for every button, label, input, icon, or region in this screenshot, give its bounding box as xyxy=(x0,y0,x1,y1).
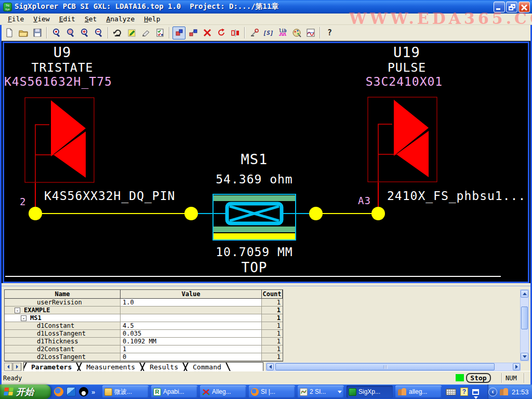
task-button-allegro-doc[interactable]: alleg... xyxy=(395,385,442,398)
zoom-out-button[interactable] xyxy=(92,26,105,39)
scroll-right-button[interactable] xyxy=(513,363,520,370)
vertical-scroll-thumb[interactable] xyxy=(521,307,528,329)
ms1-microstrip-symbol[interactable] xyxy=(212,194,296,241)
quick-launch-overflow-chevron[interactable]: » xyxy=(91,388,95,396)
param-value[interactable]: 0 xyxy=(121,353,262,361)
edit-values-button[interactable] xyxy=(125,26,138,39)
ms1-refdes: MS1 xyxy=(212,151,296,167)
param-value[interactable]: 0.1092 MM xyxy=(121,338,262,345)
library-icon: lib xyxy=(278,28,287,37)
horizontal-scroll-thumb[interactable] xyxy=(275,363,495,370)
collapse-toggle[interactable]: - xyxy=(21,315,26,321)
param-value[interactable]: 0.035 xyxy=(121,330,262,338)
table-row: d1Constant 4.5 1 xyxy=(5,322,283,330)
task-button-allegro[interactable]: Alleg... xyxy=(200,385,246,398)
toolbar-separator xyxy=(169,27,170,38)
system-tray: ‹ 21:53 xyxy=(487,384,532,399)
tab-command[interactable]: Command xyxy=(187,363,228,371)
tab-parameters[interactable]: Parameters xyxy=(25,363,78,371)
minimize-button[interactable] xyxy=(494,2,505,12)
svg-text:lib: lib xyxy=(279,28,287,33)
collapse-toggle[interactable]: - xyxy=(15,308,20,313)
scroll-left-button[interactable] xyxy=(267,363,274,370)
menu-edit[interactable]: Edit xyxy=(55,14,80,24)
qq-icon[interactable] xyxy=(79,387,88,396)
window-tray-icon[interactable] xyxy=(472,389,479,395)
library-button[interactable]: lib xyxy=(276,26,289,39)
zoom-in-button[interactable] xyxy=(78,26,91,39)
menu-set[interactable]: Set xyxy=(80,14,101,24)
close-button[interactable] xyxy=(518,2,530,12)
node-tline-left[interactable] xyxy=(184,207,198,220)
keyboard-layout-icon[interactable] xyxy=(446,389,456,395)
param-value[interactable]: 1.0 xyxy=(121,299,262,307)
tray-icon-group: ? xyxy=(446,386,479,397)
tab-scroll-left-button[interactable] xyxy=(4,363,12,371)
qq-tray-icon[interactable] xyxy=(499,388,509,396)
param-value[interactable]: 4.5 xyxy=(121,322,262,330)
save-button[interactable] xyxy=(31,26,44,39)
sparameter-button[interactable]: [S] xyxy=(262,26,275,39)
help-tray-icon[interactable]: ? xyxy=(460,388,468,396)
zoom-fit-button[interactable] xyxy=(64,26,77,39)
tab-measurements[interactable]: Measurements xyxy=(80,363,141,371)
task-button-si-group[interactable]: 2 SI... xyxy=(298,385,344,398)
task-button-si-browser[interactable]: SI |... xyxy=(249,385,295,398)
rotate-button[interactable] xyxy=(215,26,228,39)
add-element-button[interactable] xyxy=(172,26,185,39)
ms1-impedance: 54.369 ohm xyxy=(196,172,313,186)
undo-button[interactable] xyxy=(111,26,124,39)
restore-button[interactable] xyxy=(506,2,517,12)
panel-horizontal-scrollbar[interactable] xyxy=(266,363,521,371)
messenger-icon[interactable] xyxy=(66,387,76,396)
eraser-button[interactable] xyxy=(139,26,152,39)
open-button[interactable] xyxy=(17,26,30,39)
help-button[interactable]: ? xyxy=(323,26,336,39)
scroll-down-button[interactable] xyxy=(521,353,528,361)
net-wire-right[interactable] xyxy=(316,213,378,214)
new-file-button[interactable] xyxy=(3,26,16,39)
param-name[interactable]: MS1 xyxy=(30,314,42,322)
task-button-folder[interactable]: 微波... xyxy=(102,385,149,398)
node-tline-right[interactable] xyxy=(309,207,323,220)
u9-buffer-symbol[interactable] xyxy=(24,97,95,183)
u19-buffer-symbol[interactable] xyxy=(367,97,437,182)
flip-button[interactable] xyxy=(229,26,242,39)
zoom-points-button[interactable] xyxy=(50,26,63,39)
menu-help[interactable]: Help xyxy=(139,14,165,24)
scroll-up-button[interactable] xyxy=(521,290,528,298)
menu-file[interactable]: File xyxy=(3,14,29,24)
table-row: -EXAMPLE 1 xyxy=(5,307,283,314)
task-button-sigxplorer[interactable]: SigXp... xyxy=(347,385,393,398)
table-row: userRevision 1.0 1 xyxy=(5,299,283,307)
param-name[interactable]: EXAMPLE xyxy=(24,307,50,314)
display-settings-button[interactable] xyxy=(290,26,303,39)
topology-canvas[interactable]: U9 TRISTATE K4S561632H_T75 U19 PULSE S3C… xyxy=(3,42,529,283)
tab-scroll-right-button[interactable] xyxy=(13,363,21,371)
arrow-left-icon xyxy=(267,365,272,369)
stop-button[interactable]: Stop xyxy=(466,373,491,383)
panel-vertical-scrollbar[interactable] xyxy=(520,289,529,361)
move-element-button[interactable] xyxy=(187,26,200,39)
task-button-apabi[interactable]: R Apabi... xyxy=(151,385,197,398)
param-value[interactable]: 1 xyxy=(121,345,262,353)
node-pin-u19[interactable] xyxy=(371,207,385,220)
firefox-icon[interactable] xyxy=(54,387,63,396)
menu-analyze[interactable]: Analyze xyxy=(101,14,139,24)
node-pin-u9[interactable] xyxy=(29,207,42,220)
param-count: 1 xyxy=(262,307,283,314)
param-name: d1Thickness xyxy=(37,338,78,345)
firefox-icon xyxy=(251,388,259,396)
param-name: d1LossTangent xyxy=(37,330,86,337)
sigxplorer-icon xyxy=(349,388,356,396)
tab-results[interactable]: Results xyxy=(143,363,184,371)
tray-collapse-chevron[interactable]: ‹ xyxy=(488,388,497,396)
waveform-button[interactable] xyxy=(304,26,317,39)
group-dropdown-arrow-icon[interactable] xyxy=(338,391,342,395)
delete-button[interactable] xyxy=(201,26,214,39)
start-button[interactable]: 开始 xyxy=(0,384,51,399)
audit-button[interactable] xyxy=(153,26,166,39)
probe-button[interactable] xyxy=(248,26,261,39)
menu-view[interactable]: View xyxy=(29,14,54,24)
net-wire-left[interactable] xyxy=(35,213,191,214)
